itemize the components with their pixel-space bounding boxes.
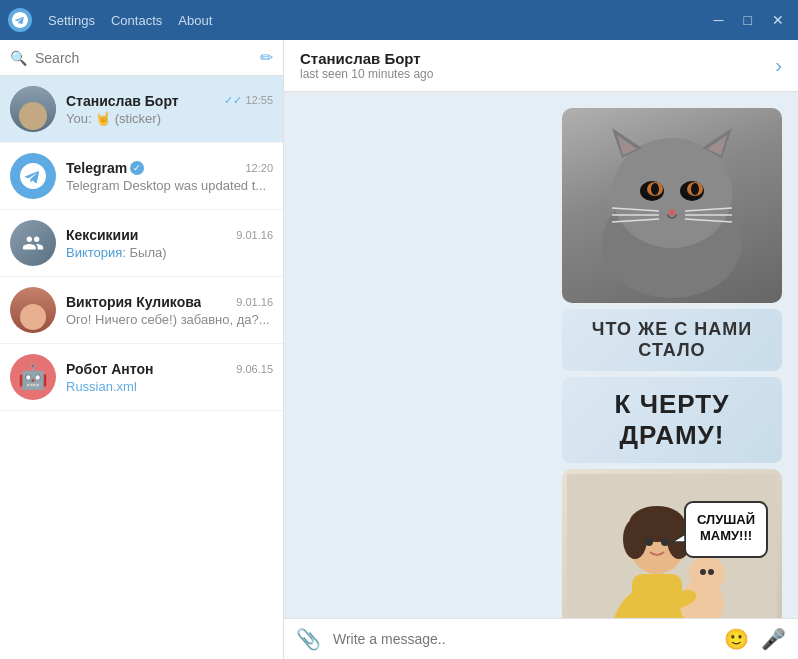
chat-item-telegram[interactable]: Telegram ✓ 12:20 Telegram Desktop was up… [0, 143, 283, 210]
maximize-button[interactable]: □ [738, 10, 758, 30]
chat-header-name: Станислав Борт [300, 50, 433, 67]
chat-preview-victoria: Ого! Ничего себе!) забавно, да?... [66, 312, 273, 327]
chat-preview-keksikiiii: Виктория: Была) [66, 245, 273, 260]
chat-item-stanislav[interactable]: Станислав Борт ✓✓12:55 You: 🤘 (sticker) [0, 76, 283, 143]
chat-header-status: last seen 10 minutes ago [300, 67, 433, 81]
chat-info-telegram: Telegram ✓ 12:20 Telegram Desktop was up… [66, 160, 273, 193]
chat-item-keksikiiii[interactable]: Кексикиии 9.01.16 Виктория: Была) [0, 210, 283, 277]
chat-info-keksikiiii: Кексикиии 9.01.16 Виктория: Была) [66, 227, 273, 260]
menu-settings[interactable]: Settings [48, 13, 95, 28]
read-tick-stanislav: ✓✓ [224, 94, 242, 106]
sticker-cat-image [562, 108, 782, 303]
chat-header-info: Станислав Борт last seen 10 minutes ago [300, 50, 433, 81]
search-bar: 🔍 ✏ [0, 40, 283, 76]
chat-preview-robot: Russian.xml [66, 379, 273, 394]
menu-about[interactable]: About [178, 13, 212, 28]
avatar-robot: 🤖 [10, 354, 56, 400]
titlebar-controls: ─ □ ✕ [708, 10, 790, 30]
preview-sender-keksikiiii: Виктория: [66, 245, 126, 260]
svg-point-27 [661, 538, 669, 546]
sticker-mom-image: СЛУШАЙ МАМУ!!! [562, 469, 782, 618]
avatar-keksikiiii [10, 220, 56, 266]
titlebar-menu: Settings Contacts About [48, 13, 212, 28]
search-input[interactable] [35, 50, 252, 66]
svg-point-30 [700, 569, 706, 575]
chat-info-robot: Робот Антон 9.06.15 Russian.xml [66, 361, 273, 394]
close-button[interactable]: ✕ [766, 10, 790, 30]
sticker-text-chto: ЧТО ЖЕ С НАМИ СТАЛО [562, 309, 782, 371]
titlebar-left: Settings Contacts About [8, 8, 212, 32]
telegram-svg-icon [12, 12, 28, 28]
group-icon [22, 232, 44, 254]
chat-name-victoria: Виктория Куликова [66, 294, 201, 310]
chat-time-stanislav: ✓✓12:55 [224, 94, 273, 107]
search-icon: 🔍 [10, 50, 27, 66]
svg-point-24 [623, 519, 647, 559]
svg-point-11 [691, 183, 699, 195]
svg-point-10 [651, 183, 659, 195]
chat-time-keksikiiii: 9.01.16 [236, 229, 273, 241]
avatar-stanislav [10, 86, 56, 132]
chat-preview-stanislav: You: 🤘 (sticker) [66, 111, 273, 126]
titlebar: Settings Contacts About ─ □ ✕ [0, 0, 798, 40]
chat-header-arrow-icon[interactable]: › [775, 54, 782, 77]
messages-area: ЧТО ЖЕ С НАМИ СТАЛО К ЧЕРТУ ДРАМУ! [284, 92, 798, 618]
svg-point-1 [612, 138, 732, 248]
telegram-avatar-icon [20, 163, 46, 189]
svg-text:СЛУШАЙ: СЛУШАЙ [697, 512, 755, 527]
chat-name-stanislav: Станислав Борт [66, 93, 179, 109]
chat-name-telegram: Telegram [66, 160, 127, 176]
attach-icon[interactable]: 📎 [296, 627, 321, 651]
telegram-logo-icon [8, 8, 32, 32]
chat-info-stanislav: Станислав Борт ✓✓12:55 You: 🤘 (sticker) [66, 93, 273, 126]
chat-item-victoria[interactable]: Виктория Куликова 9.01.16 Ого! Ничего се… [0, 277, 283, 344]
svg-point-29 [689, 556, 725, 592]
sticker-text-drama: К ЧЕРТУ ДРАМУ! [562, 377, 782, 463]
robot-icon: 🤖 [18, 363, 48, 391]
chat-time-telegram: 12:20 [245, 162, 273, 174]
chat-name-keksikiiii: Кексикиии [66, 227, 138, 243]
avatar-telegram [10, 153, 56, 199]
chat-time-robot: 9.06.15 [236, 363, 273, 375]
menu-contacts[interactable]: Contacts [111, 13, 162, 28]
main-layout: 🔍 ✏ Станислав Борт ✓✓12:55 [0, 40, 798, 659]
svg-point-26 [645, 538, 653, 546]
message-cat-sticker: ЧТО ЖЕ С НАМИ СТАЛО К ЧЕРТУ ДРАМУ! [562, 108, 782, 618]
mic-icon[interactable]: 🎤 [761, 627, 786, 651]
emoji-icon[interactable]: 🙂 [724, 627, 749, 651]
mom-svg: СЛУШАЙ МАМУ!!! [567, 474, 777, 618]
input-bar: 📎 🙂 🎤 [284, 618, 798, 659]
sidebar: 🔍 ✏ Станислав Борт ✓✓12:55 [0, 40, 284, 659]
chat-area: Станислав Борт last seen 10 minutes ago … [284, 40, 798, 659]
chat-header: Станислав Борт last seen 10 minutes ago … [284, 40, 798, 92]
chat-info-victoria: Виктория Куликова 9.01.16 Ого! Ничего се… [66, 294, 273, 327]
chat-list: Станислав Борт ✓✓12:55 You: 🤘 (sticker) [0, 76, 283, 659]
message-input[interactable] [333, 631, 712, 647]
chat-preview-telegram: Telegram Desktop was updated t... [66, 178, 273, 193]
chat-item-robot[interactable]: 🤖 Робот Антон 9.06.15 Russian.xml [0, 344, 283, 411]
minimize-button[interactable]: ─ [708, 10, 730, 30]
chat-name-robot: Робот Антон [66, 361, 153, 377]
avatar-victoria [10, 287, 56, 333]
cat-svg [567, 113, 777, 298]
verified-badge-telegram: ✓ [130, 161, 144, 175]
svg-point-31 [708, 569, 714, 575]
compose-icon[interactable]: ✏ [260, 48, 273, 67]
svg-text:МАМУ!!!: МАМУ!!! [700, 528, 752, 543]
chat-time-victoria: 9.01.16 [236, 296, 273, 308]
